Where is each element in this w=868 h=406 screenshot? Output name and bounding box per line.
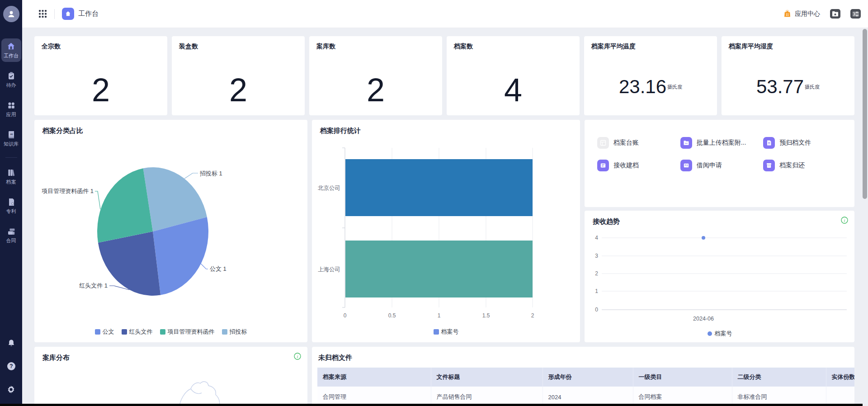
receive-trend-panel: 接收趋势 i 4 3 2 1 0	[585, 211, 854, 342]
sidebar-item-contracts[interactable]: 合同	[1, 224, 21, 247]
action-receive-create-archive[interactable]: 接收建档	[597, 160, 680, 171]
legend-swatch	[160, 329, 165, 335]
favorites-folder-icon[interactable]	[830, 9, 840, 19]
y-tick: 4	[595, 235, 598, 241]
home-icon	[6, 42, 16, 51]
stat-card-archive-count: 档案数 4	[447, 36, 580, 115]
pie-slice-xiangmu[interactable]	[97, 168, 153, 243]
quick-actions-panel: 档案台账 批量上传档案附... 预归档文件	[585, 120, 854, 207]
stat-card-fonds-count: 全宗数 2	[34, 36, 167, 115]
legend-item-gongwen[interactable]: 公文	[95, 328, 114, 336]
app-center-button[interactable]: 应用中心	[783, 9, 820, 18]
svg-text:i: i	[297, 354, 298, 359]
sidebar-divider	[5, 157, 17, 158]
stat-label: 档案库平均湿度	[722, 36, 854, 51]
trend-legend: 档案号	[585, 330, 854, 338]
legend-label: 红头文件	[129, 328, 153, 336]
legend-swatch	[122, 329, 127, 335]
stat-card-box-count: 装盒数 2	[172, 36, 305, 115]
action-label: 批量上传档案附...	[697, 139, 746, 147]
stat-label: 案库数	[309, 36, 442, 51]
legend-swatch	[434, 329, 439, 335]
settings-sliders-icon[interactable]	[850, 9, 861, 19]
action-borrow-request[interactable]: 借阅申请	[680, 160, 764, 171]
sidebar-item-label: 档案	[6, 179, 16, 185]
help-icon[interactable]: ?	[6, 361, 16, 371]
sidebar-item-label: 专利	[6, 208, 16, 215]
home-badge-icon[interactable]	[62, 8, 74, 20]
cell-source: 合同管理	[317, 387, 431, 406]
action-label: 预归档文件	[779, 139, 811, 147]
pie-callout-label: 红头文件 1	[79, 282, 108, 289]
cell-physical-copies	[826, 387, 854, 406]
stat-value: 53.77	[756, 76, 804, 97]
grid-menu-icon[interactable]	[38, 9, 47, 18]
pie-legend: 公文 红头文件 项目管理资料函件 招投标	[34, 328, 307, 336]
x-tick: 1	[438, 312, 441, 319]
legend-label: 档案号	[715, 330, 732, 338]
table-row[interactable]: 合同管理 产品销售合同 2024 合同档案 非标准合同	[317, 387, 854, 406]
info-icon[interactable]: i	[294, 353, 301, 360]
sidebar-item-patents[interactable]: 专利	[1, 194, 21, 217]
window-bottom-edge	[0, 404, 863, 406]
legend-item-zhaotoubiao[interactable]: 招投标	[222, 328, 247, 336]
action-batch-upload-attachments[interactable]: 批量上传档案附...	[680, 137, 764, 149]
legend-item-hongtou[interactable]: 红头文件	[122, 328, 153, 336]
sidebar: 工作台 待办 应用 AI 知识库	[0, 0, 22, 406]
action-archive-return[interactable]: 档案归还	[763, 160, 846, 171]
unfiled-documents-panel: 未归档文件 档案来源 文件标题 形成年份 一级类目 二级分类 实体份数	[312, 347, 854, 406]
action-label: 借阅申请	[697, 161, 722, 170]
cell-level1-category: 合同档案	[633, 387, 732, 406]
bar-beijing[interactable]	[345, 159, 533, 216]
user-avatar[interactable]	[3, 6, 19, 22]
column-header-physical-copies: 实体份数	[826, 368, 854, 387]
pie-callout-label: 公文 1	[210, 265, 226, 272]
bell-icon[interactable]	[7, 339, 16, 348]
action-pre-archive-files[interactable]: 预归档文件	[763, 137, 846, 149]
cell-year: 2024	[542, 387, 633, 406]
panel-title: 档案分类占比	[34, 120, 307, 135]
stat-value: 2	[92, 72, 110, 108]
x-axis-label: 2024-06	[693, 316, 714, 322]
sidebar-item-label: 合同	[6, 237, 16, 244]
sidebar-item-label: 知识库	[4, 141, 19, 147]
column-header-level2-category: 二级分类	[732, 368, 826, 387]
svg-text:AI: AI	[10, 133, 13, 136]
bottom-row: 案库分布 i 未归档文件	[34, 347, 854, 406]
legend-label: 档案号	[441, 328, 459, 336]
sidebar-item-todo[interactable]: 待办	[1, 68, 21, 91]
stat-value: 2	[229, 72, 247, 108]
legend-item-danganhao[interactable]: 档案号	[434, 328, 459, 336]
archive-return-icon	[763, 160, 775, 171]
action-label: 档案归还	[779, 161, 805, 170]
vertical-scrollbar-thumb[interactable]	[863, 29, 867, 199]
gear-icon[interactable]	[6, 385, 16, 394]
action-label: 档案台账	[613, 139, 639, 147]
legend-item-danganhao[interactable]: 档案号	[707, 330, 732, 338]
bar-category-label: 北京公司	[318, 185, 340, 191]
trend-data-point[interactable]	[702, 236, 705, 240]
sidebar-item-apps[interactable]: 应用	[1, 98, 21, 121]
sidebar-item-archives[interactable]: 档案	[1, 165, 21, 188]
person-icon	[7, 9, 16, 19]
sidebar-item-workbench[interactable]: 工作台	[1, 38, 21, 62]
legend-label: 公文	[103, 328, 114, 336]
right-column: 档案台账 批量上传档案附... 预归档文件	[585, 120, 854, 342]
panel-title: 未归档文件	[318, 354, 849, 362]
sidebar-item-knowledge-base[interactable]: AI 知识库	[1, 127, 21, 150]
stat-label: 全宗数	[34, 36, 167, 51]
legend-swatch	[222, 329, 227, 335]
top-header: 工作台 应用中心	[22, 0, 868, 28]
stat-value: 2	[367, 72, 385, 108]
stat-card-avg-humidity: 档案库平均湿度 53.77摄氏度	[722, 36, 854, 115]
bar-chart: 北京公司 上海公司 0 0.5 1 1.5 2	[312, 120, 580, 323]
borrow-request-icon	[680, 160, 692, 171]
china-map-outline	[34, 363, 307, 406]
action-archive-ledger[interactable]: 档案台账	[597, 137, 680, 149]
pre-archive-doc-icon	[763, 137, 775, 149]
legend-swatch	[95, 329, 100, 335]
bar-shanghai[interactable]	[345, 241, 533, 297]
action-label: 接收建档	[613, 161, 639, 170]
panel-title: 案库分布	[34, 347, 307, 362]
legend-item-xiangmu[interactable]: 项目管理资料函件	[160, 328, 215, 336]
